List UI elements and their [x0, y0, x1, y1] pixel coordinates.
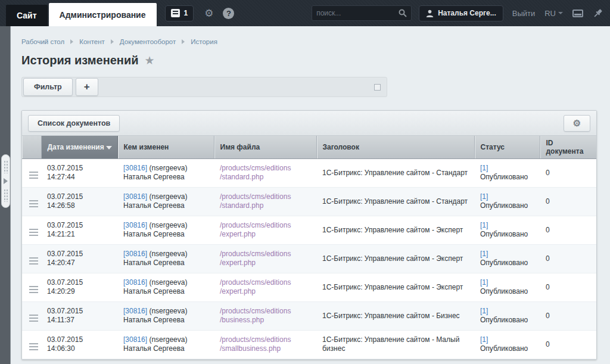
person-icon: [426, 10, 434, 17]
filter-collapse-button[interactable]: [374, 84, 381, 91]
file-path-link[interactable]: /products/cms/editions /standard.php: [220, 164, 310, 182]
status-text: Опубликовано: [480, 316, 528, 324]
file-path-line1: /products/cms/editions: [220, 307, 310, 316]
notifications-count: 1: [184, 9, 188, 17]
table-row[interactable]: 03.07.2015 14:26:58 [30816] (nsergeeva) …: [22, 187, 596, 216]
status-id-link[interactable]: [1]: [480, 221, 488, 229]
row-time: 14:20:29: [47, 287, 111, 296]
table-row[interactable]: 03.07.2015 14:06:30 [30816] (nsergeeva) …: [22, 330, 596, 359]
user-id-link[interactable]: [30816]: [123, 278, 147, 287]
logout-link[interactable]: Выйти: [512, 9, 536, 18]
tab-site[interactable]: Сайт: [6, 5, 48, 26]
row-menu-icon[interactable]: [28, 170, 39, 180]
grid-body: 03.07.2015 14:27:44 [30816] (nsergeeva) …: [22, 158, 596, 359]
file-path-link[interactable]: /products/cms/editions /expert.php: [220, 250, 310, 267]
help-icon[interactable]: ?: [223, 8, 234, 19]
user-login: (nsergeeva): [149, 307, 187, 315]
column-header-editor[interactable]: Кем изменен: [117, 136, 214, 158]
breadcrumb-item-workflow[interactable]: Документооборот: [120, 38, 176, 45]
row-date: 03.07.2015: [47, 335, 111, 344]
row-menu-icon[interactable]: [28, 199, 39, 209]
row-time: 14:27:44: [47, 173, 111, 182]
sidebar-toggle[interactable]: [1, 154, 10, 208]
user-id-link[interactable]: [30816]: [123, 307, 147, 315]
user-id-link[interactable]: [30816]: [123, 250, 147, 258]
gear-icon[interactable]: ⚙: [204, 8, 213, 18]
add-filter-button[interactable]: +: [76, 78, 98, 96]
status-id-link[interactable]: [1]: [480, 192, 488, 201]
table-header-row: Дата изменения Кем изменен Имя файла Заг…: [22, 136, 596, 158]
search-icon[interactable]: [399, 9, 407, 17]
row-time: 14:21:21: [47, 230, 111, 239]
user-login: (nsergeeva): [149, 278, 187, 287]
user-id-link[interactable]: [30816]: [123, 335, 147, 344]
file-path-link[interactable]: /products/cms/editions /standard.php: [220, 192, 310, 210]
table-row[interactable]: 03.07.2015 14:21:21 [30816] (nsergeeva) …: [22, 216, 596, 244]
pin-icon[interactable]: [593, 8, 603, 18]
document-title: 1С-Битрикс: Управление сайтом - Бизнес: [322, 312, 460, 320]
grid-settings-button[interactable]: ⚙: [564, 115, 590, 132]
notifications-button[interactable]: 1: [165, 5, 194, 21]
status-id-link[interactable]: [1]: [480, 164, 488, 172]
user-menu-button[interactable]: Наталья Серге...: [419, 5, 503, 21]
document-title: 1С-Битрикс: Управление сайтом - Малый би…: [322, 335, 459, 353]
document-id: 0: [546, 197, 550, 206]
file-path-link[interactable]: /products/cms/editions /business.php: [220, 307, 310, 325]
status-text: Опубликовано: [480, 230, 528, 238]
file-path-link[interactable]: /products/cms/editions /smallbusiness.ph…: [220, 335, 310, 353]
breadcrumb-item-history[interactable]: История: [191, 38, 217, 45]
row-date: 03.07.2015: [47, 250, 111, 259]
file-path-line2: /standard.php: [220, 201, 310, 210]
table-row[interactable]: 03.07.2015 14:20:29 [30816] (nsergeeva) …: [22, 273, 596, 301]
table-row[interactable]: 03.07.2015 14:20:47 [30816] (nsergeeva) …: [22, 244, 596, 273]
language-switcher[interactable]: RU: [544, 9, 563, 18]
column-header-status[interactable]: Статус: [474, 136, 540, 158]
table-row[interactable]: 03.07.2015 14:27:44 [30816] (nsergeeva) …: [22, 158, 596, 187]
favorite-star-icon[interactable]: ★: [145, 55, 155, 66]
row-date: 03.07.2015: [47, 192, 111, 201]
row-menu-icon[interactable]: [28, 228, 39, 237]
user-full-name: Наталья Сергеева: [123, 201, 208, 210]
table-row[interactable]: 03.07.2015 14:11:37 [30816] (nsergeeva) …: [22, 301, 596, 330]
column-header-title[interactable]: Заголовок: [316, 136, 474, 158]
breadcrumb: Рабочий стол Контент Документооборот Ист…: [21, 38, 597, 45]
row-menu-icon[interactable]: [28, 342, 39, 351]
file-path-line2: /smallbusiness.php: [220, 344, 310, 353]
document-title: 1С-Битрикс: Управление сайтом - Эксперт: [322, 254, 463, 263]
file-path-line2: /standard.php: [220, 173, 310, 182]
user-id-link[interactable]: [30816]: [123, 192, 147, 201]
breadcrumb-item-content[interactable]: Контент: [79, 38, 105, 45]
document-title: 1С-Битрикс: Управление сайтом - Стандарт: [322, 197, 468, 206]
file-path-link[interactable]: /products/cms/editions /expert.php: [220, 278, 310, 296]
column-header-date[interactable]: Дата изменения: [41, 136, 117, 158]
expand-arrow-icon: [4, 178, 8, 184]
column-header-doc-id[interactable]: ID документа: [540, 136, 596, 158]
file-path-link[interactable]: /products/cms/editions /expert.php: [220, 221, 310, 239]
user-full-name: Наталья Сергеева: [123, 287, 208, 296]
row-menu-icon[interactable]: [28, 256, 39, 266]
status-text: Опубликовано: [480, 259, 528, 267]
status-id-link[interactable]: [1]: [480, 250, 488, 258]
user-id-link[interactable]: [30816]: [123, 221, 147, 229]
desktop-panel-icon[interactable]: [572, 10, 583, 17]
file-path-line1: /products/cms/editions: [220, 278, 310, 287]
file-path-line2: /expert.php: [220, 259, 310, 267]
status-id-link[interactable]: [1]: [480, 278, 488, 287]
breadcrumb-item-desktop[interactable]: Рабочий стол: [21, 38, 64, 45]
row-date: 03.07.2015: [47, 278, 111, 287]
sidebar-collapsed: [0, 26, 11, 364]
filter-button[interactable]: Фильтр: [23, 78, 73, 96]
column-header-file[interactable]: Имя файла: [214, 136, 316, 158]
row-menu-icon[interactable]: [28, 285, 39, 294]
tab-admin[interactable]: Администрирование: [49, 3, 157, 26]
row-time: 14:11:37: [47, 316, 111, 325]
status-id-link[interactable]: [1]: [480, 335, 488, 344]
status-id-link[interactable]: [1]: [480, 307, 488, 315]
user-full-name: Наталья Сергеева: [123, 259, 208, 267]
user-full-name: Наталья Сергеева: [123, 344, 208, 353]
user-id-link[interactable]: [30816]: [123, 164, 147, 172]
document-list-tab[interactable]: Список документов: [28, 115, 120, 132]
search-input[interactable]: [316, 9, 399, 17]
status-text: Опубликовано: [480, 344, 528, 353]
row-menu-icon[interactable]: [28, 313, 39, 323]
